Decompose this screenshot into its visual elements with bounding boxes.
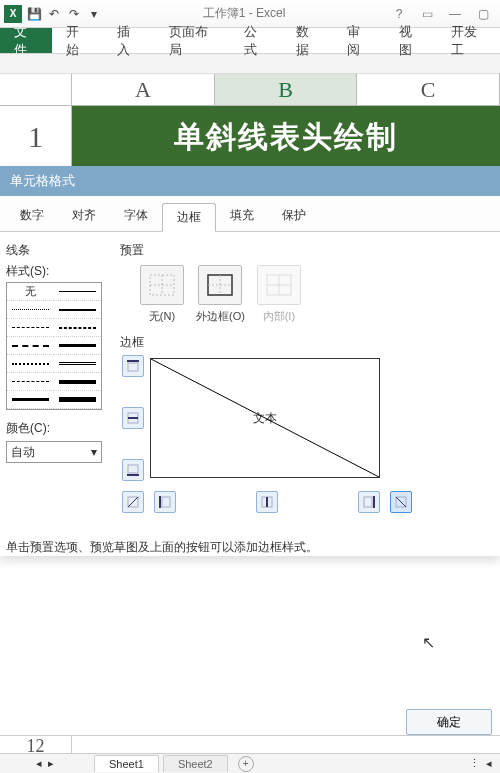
maximize-icon[interactable]: ▢ <box>470 5 496 23</box>
line-group-label: 线条 <box>6 242 106 259</box>
ribbon-tab-view[interactable]: 视图 <box>385 28 437 53</box>
tab-align[interactable]: 对齐 <box>58 202 110 231</box>
window-title: 工作簿1 - Excel <box>102 5 386 22</box>
row-header-1[interactable]: 1 <box>0 106 72 168</box>
ribbon-tab-data[interactable]: 数据 <box>282 28 334 53</box>
dialog-help-text: 单击预置选项、预览草图及上面的按钮可以添加边框样式。 <box>0 523 500 556</box>
line-style-option[interactable] <box>12 398 50 401</box>
dialog-body: 线条 样式(S): 无 颜色(C): 自动 ▾ <box>0 232 500 523</box>
border-top-button[interactable] <box>122 355 144 377</box>
ribbon-tabs: 文件 开始 插入 页面布局 公式 数据 审阅 视图 开发工 <box>0 28 500 54</box>
row-12: 12 <box>0 736 500 754</box>
border-group-label: 边框 <box>120 334 492 351</box>
line-style-option[interactable] <box>59 344 97 347</box>
line-style-option[interactable] <box>12 363 50 365</box>
ok-button[interactable]: 确定 <box>406 709 492 735</box>
svg-rect-14 <box>128 465 138 473</box>
border-diag-up-button[interactable] <box>122 491 144 513</box>
help-icon[interactable]: ? <box>386 5 412 23</box>
add-sheet-button[interactable]: + <box>238 756 254 772</box>
style-label: 样式(S): <box>6 263 106 280</box>
border-diag-down-button[interactable] <box>390 491 412 513</box>
ribbon-tab-home[interactable]: 开始 <box>52 28 104 53</box>
sheet-nav-prev-icon[interactable]: ◂ <box>36 757 42 770</box>
tab-protect[interactable]: 保护 <box>268 202 320 231</box>
preset-inside-button[interactable] <box>257 265 301 305</box>
preset-group-label: 预置 <box>120 242 492 259</box>
line-style-option[interactable] <box>12 381 50 382</box>
line-group: 线条 样式(S): 无 颜色(C): 自动 ▾ <box>0 242 106 513</box>
sheet-nav-next-icon[interactable]: ▸ <box>48 757 54 770</box>
line-style-option[interactable] <box>12 345 50 347</box>
undo-icon[interactable]: ↶ <box>46 6 62 22</box>
line-style-option[interactable] <box>59 380 97 384</box>
svg-rect-11 <box>128 363 138 371</box>
tab-fill[interactable]: 填充 <box>216 202 268 231</box>
column-headers: A B C <box>0 74 500 106</box>
chevron-down-icon: ▾ <box>91 445 97 459</box>
svg-line-18 <box>128 497 138 507</box>
line-style-option[interactable] <box>12 327 50 328</box>
border-right-button[interactable] <box>358 491 380 513</box>
column-header-a[interactable]: A <box>72 74 215 105</box>
select-all-corner[interactable] <box>0 74 72 105</box>
redo-icon[interactable]: ↷ <box>66 6 82 22</box>
dialog-title: 单元格格式 <box>0 166 500 196</box>
preset-inside-label: 内部(I) <box>263 309 295 324</box>
line-style-option[interactable] <box>59 327 97 329</box>
svg-line-26 <box>396 497 406 507</box>
color-label: 颜色(C): <box>6 420 106 437</box>
format-cells-dialog: 单元格格式 数字 对齐 字体 边框 填充 保护 线条 样式(S): 无 <box>0 166 500 556</box>
file-tab[interactable]: 文件 <box>0 28 52 53</box>
line-style-option[interactable] <box>59 309 97 311</box>
svg-rect-23 <box>364 497 372 507</box>
ribbon-tab-insert[interactable]: 插入 <box>103 28 155 53</box>
color-combo[interactable]: 自动 ▾ <box>6 441 102 463</box>
preset-outline-button[interactable] <box>198 265 242 305</box>
preset-none-button[interactable] <box>140 265 184 305</box>
hscroll-left-icon[interactable]: ◂ <box>486 757 492 770</box>
sheet-tab-1[interactable]: Sheet1 <box>94 755 159 772</box>
row-1: 1 单斜线表头绘制 <box>0 106 500 168</box>
ribbon-tab-dev[interactable]: 开发工 <box>437 28 500 53</box>
style-none[interactable]: 无 <box>25 284 36 299</box>
row-header-12[interactable]: 12 <box>0 736 72 754</box>
tab-border[interactable]: 边框 <box>162 203 216 232</box>
dialog-tabs: 数字 对齐 字体 边框 填充 保护 <box>0 196 500 232</box>
tab-font[interactable]: 字体 <box>110 202 162 231</box>
sheet-tabs: ◂ ▸ Sheet1 Sheet2 + ⋮ ◂ <box>0 753 500 773</box>
column-header-b[interactable]: B <box>215 74 358 105</box>
qat-more-icon[interactable]: ▾ <box>86 6 102 22</box>
quick-access-toolbar: X 💾 ↶ ↷ ▾ <box>0 5 102 23</box>
line-style-option[interactable] <box>12 309 50 310</box>
preset-border-group: 预置 无(N) 外边框(O) <box>120 242 492 513</box>
line-style-option[interactable] <box>59 291 97 292</box>
border-left-button[interactable] <box>154 491 176 513</box>
window-controls: ? ▭ — ▢ <box>386 5 500 23</box>
line-style-option[interactable] <box>59 362 97 365</box>
ribbon-tab-layout[interactable]: 页面布局 <box>155 28 230 53</box>
preset-outline-label: 外边框(O) <box>196 309 245 324</box>
border-bottom-button[interactable] <box>122 459 144 481</box>
footer: 12 ◂ ▸ Sheet1 Sheet2 + ⋮ ◂ <box>0 735 500 773</box>
sheet-tab-2[interactable]: Sheet2 <box>163 755 228 772</box>
tab-number[interactable]: 数字 <box>6 202 58 231</box>
line-style-option[interactable] <box>59 397 97 402</box>
merged-title-cell[interactable]: 单斜线表头绘制 <box>72 106 500 168</box>
border-middle-h-button[interactable] <box>122 407 144 429</box>
column-header-c[interactable]: C <box>357 74 500 105</box>
save-icon[interactable]: 💾 <box>26 6 42 22</box>
svg-rect-20 <box>162 497 170 507</box>
excel-icon: X <box>4 5 22 23</box>
dialog-footer: 确定 <box>406 709 492 735</box>
border-middle-v-button[interactable] <box>256 491 278 513</box>
cursor-icon: ↖ <box>422 633 435 652</box>
ribbon-tab-review[interactable]: 审阅 <box>333 28 385 53</box>
minimize-icon[interactable]: — <box>442 5 468 23</box>
ribbon-collapse-icon[interactable]: ▭ <box>414 5 440 23</box>
border-preview[interactable]: 文本 <box>150 358 380 478</box>
line-style-list[interactable]: 无 <box>6 282 102 410</box>
ribbon-tab-formula[interactable]: 公式 <box>230 28 282 53</box>
color-value: 自动 <box>11 444 35 461</box>
hscroll-divider-icon[interactable]: ⋮ <box>469 757 480 770</box>
